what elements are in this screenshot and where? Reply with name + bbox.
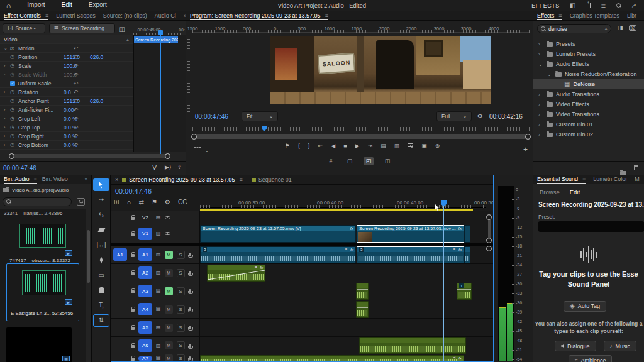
solo-button-a4[interactable]: S bbox=[177, 305, 185, 314]
clip-fx-button[interactable]: ≣Screen Recording ... bbox=[49, 23, 116, 33]
transparency-grid-toggle[interactable]: ▢ bbox=[345, 157, 355, 165]
monitor-settings-wrench-icon[interactable]: ⚙ bbox=[477, 113, 483, 119]
tree-item-custom-bin-01[interactable]: ›Custom Bin 01 bbox=[533, 119, 644, 129]
type-tool[interactable]: T, bbox=[93, 299, 109, 312]
track-output-eye-icon[interactable] bbox=[165, 216, 170, 219]
stopwatch-icon[interactable]: ◷ bbox=[10, 124, 18, 130]
v1-clip-stub[interactable] bbox=[464, 225, 470, 243]
track-header-a4[interactable]: A4▤MS bbox=[111, 300, 200, 318]
panel-overflow-chevron[interactable]: » bbox=[184, 13, 186, 19]
ec-row-position[interactable]: ◷Position1512.0626.0↶ bbox=[0, 53, 133, 62]
slip-tool[interactable]: |↔| bbox=[93, 239, 109, 251]
ec-scrollbar[interactable] bbox=[10, 154, 169, 158]
reset-icon[interactable]: ↶ bbox=[73, 142, 78, 148]
tab-essential-sound[interactable]: Essential Sound bbox=[537, 175, 586, 184]
tab-effects[interactable]: Effects bbox=[537, 11, 562, 20]
lock-icon[interactable] bbox=[131, 345, 135, 348]
record-mic-icon[interactable] bbox=[189, 356, 191, 360]
nest-button[interactable]: ⊞ bbox=[114, 199, 119, 206]
a3-clip-1[interactable] bbox=[356, 283, 369, 300]
reset-icon[interactable]: ↶ bbox=[73, 107, 78, 113]
a3-clip-2[interactable]: 1 bbox=[457, 283, 472, 300]
a4-clip[interactable] bbox=[356, 301, 369, 318]
reset-icon[interactable]: ↶ bbox=[73, 54, 78, 60]
checkbox-icon[interactable]: ✓ bbox=[10, 81, 15, 86]
ec-export-icon[interactable]: ⇪ bbox=[177, 165, 182, 170]
clear-search-icon[interactable]: × bbox=[604, 26, 608, 31]
mute-button-a5[interactable]: M bbox=[165, 324, 173, 332]
tab-sequence-1[interactable]: ×Screen Recording 2025-09-23 at 13.57.05… bbox=[115, 175, 243, 184]
mute-button-a6[interactable]: M bbox=[165, 341, 173, 349]
panel-split-icon[interactable]: ◫ bbox=[119, 25, 125, 33]
tab-sequence-2[interactable]: Sequence 01 bbox=[252, 177, 292, 183]
play-stop-button[interactable]: ■ bbox=[343, 143, 347, 149]
tab-bin-audio[interactable]: Bin: Audio bbox=[4, 175, 37, 184]
track-patch-icon[interactable]: ▤ bbox=[156, 325, 161, 330]
track-name-v2[interactable]: V2 bbox=[138, 213, 152, 222]
ec-clip-bar[interactable]: Screen Recording 202 bbox=[134, 36, 178, 43]
tab-libr[interactable]: Libr bbox=[627, 13, 636, 19]
tag-button-dialogue[interactable]: Dialogue bbox=[555, 341, 596, 351]
stopwatch-icon[interactable]: ◷ bbox=[10, 89, 18, 95]
effects-search-box[interactable]: denoise × bbox=[537, 24, 611, 33]
a6-clip[interactable] bbox=[359, 337, 466, 354]
track-header-a6[interactable]: A6▤MS bbox=[111, 337, 200, 354]
es-subtab-edit[interactable]: Edit bbox=[570, 189, 580, 197]
tree-expander[interactable]: ⌄ bbox=[547, 72, 552, 77]
source-clip-button[interactable]: ⊡Source -... bbox=[3, 23, 45, 33]
lock-icon[interactable] bbox=[131, 358, 135, 361]
ec-scrollbar-handle-right[interactable] bbox=[165, 153, 170, 159]
go-to-out-button[interactable]: ⇥ bbox=[368, 143, 373, 149]
stopwatch-icon[interactable]: ◷ bbox=[10, 72, 18, 77]
step-back-button[interactable]: ◀ bbox=[331, 143, 335, 149]
ec-row-crop-left[interactable]: ›◷Crop Left0.0 %↶ bbox=[0, 114, 133, 123]
comparison-view-button[interactable]: ▣ bbox=[421, 143, 427, 149]
lock-icon[interactable] bbox=[131, 272, 135, 275]
transform-tool[interactable]: ⇅ bbox=[93, 314, 109, 327]
track-patch-icon[interactable]: ▤ bbox=[156, 307, 161, 312]
rulers-toggle[interactable]: ◰ bbox=[364, 157, 374, 165]
ec-row-crop-bottom[interactable]: ›◷Crop Bottom0.0 %↶ bbox=[0, 141, 133, 150]
effects-search-value[interactable]: denoise bbox=[548, 26, 602, 32]
tree-expander[interactable]: › bbox=[538, 112, 543, 118]
program-scroll-handle-right[interactable] bbox=[525, 134, 531, 140]
filter-properties-icon[interactable]: ∇ bbox=[152, 164, 157, 171]
reset-icon[interactable]: ↶ bbox=[73, 72, 78, 78]
track-name-a1[interactable]: A1 bbox=[138, 248, 152, 261]
tree-item-audio-transitions[interactable]: ›Audio Transitions bbox=[533, 89, 644, 99]
tab-audio-cl[interactable]: Audio Cl bbox=[155, 13, 176, 19]
ec-row-anti-flicker-fi-[interactable]: ›◷Anti-flicker Fi...0.00↶ bbox=[0, 106, 133, 114]
record-mic-icon[interactable] bbox=[189, 307, 191, 311]
tree-item-audio-effects[interactable]: ⌄Audio Effects bbox=[533, 59, 644, 69]
a1-clip-1[interactable]: 3fx bbox=[200, 246, 356, 263]
ec-row-rotation[interactable]: ›◷Rotation0.0↶ bbox=[0, 88, 133, 97]
lock-icon[interactable] bbox=[131, 233, 135, 236]
record-mic-icon[interactable] bbox=[189, 326, 191, 329]
tab-source-no-clips-[interactable]: Source: (no clips) bbox=[103, 13, 147, 19]
tab-program-monitor[interactable]: Program: Screen Recording 2025-09-23 at … bbox=[190, 11, 328, 20]
timeline-timecode[interactable]: 00:00:47:46 bbox=[115, 187, 152, 195]
ec-value[interactable]: 626.0 bbox=[90, 98, 116, 104]
poster-frame-chevron-icon[interactable]: ⌄ bbox=[205, 148, 209, 153]
bin-item-audio-1[interactable]: ▶|747417__obscur... 8:32372 bbox=[9, 218, 77, 260]
go-to-in-button[interactable]: ⇤ bbox=[318, 143, 323, 149]
ec-row-motion[interactable]: ⌄fxMotion↶ bbox=[0, 44, 133, 53]
extract-button[interactable]: ▥ bbox=[394, 143, 400, 149]
playback-quality-select[interactable]: Full⌄ bbox=[436, 111, 472, 121]
bin-scrollbar[interactable] bbox=[87, 230, 90, 283]
export-frame-button[interactable] bbox=[408, 143, 413, 147]
lock-icon[interactable] bbox=[131, 254, 135, 257]
program-scrollbar[interactable] bbox=[192, 134, 530, 139]
ec-row-uniform-scale[interactable]: ✓Uniform Scale↶ bbox=[0, 79, 133, 88]
work-area-bar[interactable] bbox=[200, 209, 473, 211]
a1-clip-stub[interactable] bbox=[464, 246, 470, 263]
lock-icon[interactable] bbox=[131, 309, 135, 312]
tree-expander[interactable]: › bbox=[538, 122, 543, 128]
lock-icon[interactable] bbox=[131, 327, 135, 330]
snap-toggle[interactable]: ∩ bbox=[126, 199, 131, 206]
track-header-v1[interactable]: V1▤ bbox=[111, 224, 200, 243]
solo-button-a2[interactable]: S bbox=[177, 269, 185, 277]
tree-expander[interactable]: › bbox=[538, 132, 543, 138]
track-header-a7[interactable]: A7▤MS bbox=[111, 354, 200, 362]
tl-vscroll-handle-2[interactable] bbox=[486, 238, 492, 243]
